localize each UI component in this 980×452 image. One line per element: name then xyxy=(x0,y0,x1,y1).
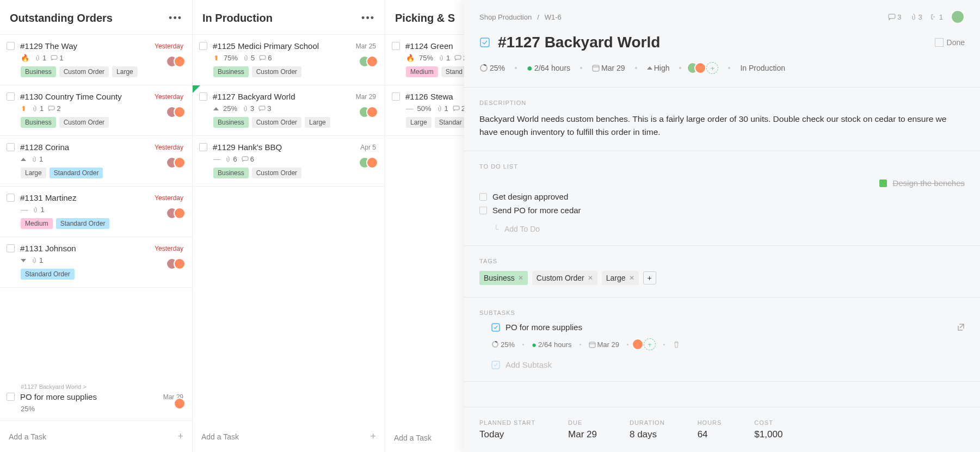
card-title: PO for more supplies xyxy=(20,392,159,401)
add-subtask[interactable]: Add Subtask xyxy=(491,360,965,369)
due-date[interactable]: Mar 29 xyxy=(568,429,597,440)
trash-icon[interactable] xyxy=(673,340,680,348)
priority[interactable]: High xyxy=(647,64,670,72)
subtask[interactable]: PO for more supplies 25% ●2/64 hours Mar… xyxy=(491,323,965,369)
hours[interactable]: 64 xyxy=(698,429,722,440)
tag[interactable]: Custom Order ✕ xyxy=(532,271,597,285)
comment-icon: 6 xyxy=(259,54,272,62)
tag: Large xyxy=(305,117,330,128)
card[interactable]: #1127 Backyard WorldMar 2925%33BusinessC… xyxy=(193,85,385,136)
add-task[interactable]: Add a Task+ xyxy=(193,421,385,452)
description[interactable]: Backyard World needs custom benches. Thi… xyxy=(479,113,965,139)
attachment-icon: 6 xyxy=(224,155,237,163)
tag: Medium xyxy=(406,66,438,77)
cost[interactable]: $1,000 xyxy=(754,429,782,440)
comment-icon: 3 xyxy=(258,104,271,113)
remove-tag-icon[interactable]: ✕ xyxy=(518,274,523,282)
checkbox[interactable] xyxy=(879,179,887,187)
checkbox[interactable] xyxy=(7,194,15,202)
checkbox[interactable] xyxy=(7,143,15,151)
avatar[interactable] xyxy=(951,10,965,24)
add-todo[interactable]: └Add To Do xyxy=(494,225,965,233)
tag: Business xyxy=(213,66,249,77)
card[interactable]: #1128 CorinaYesterday1LargeStandard Orde… xyxy=(0,136,192,187)
checkbox[interactable] xyxy=(7,393,15,401)
section-label: TO DO LIST xyxy=(479,163,965,170)
tag[interactable]: Large ✕ xyxy=(602,271,639,285)
add-task[interactable]: Add a Task+ xyxy=(0,421,192,452)
open-icon[interactable] xyxy=(957,323,965,331)
card[interactable]: #1129 The WayYesterday🔥11BusinessCustom … xyxy=(0,35,192,85)
todo-item[interactable]: Design the benches xyxy=(479,176,965,190)
tag: Custom Order xyxy=(252,117,301,128)
card[interactable]: #1124 Green🔥75%12MediumStand xyxy=(385,35,476,85)
avatars[interactable] xyxy=(170,55,186,67)
done-toggle[interactable]: Done xyxy=(935,38,965,47)
todo-item[interactable]: Send PO for more cedar xyxy=(479,203,965,217)
card-date: Apr 5 xyxy=(360,144,376,151)
checkbox[interactable] xyxy=(7,244,15,252)
avatars[interactable] xyxy=(170,157,186,169)
card[interactable]: #1130 Country Time CountyYesterday⬆12Bus… xyxy=(0,85,192,136)
svg-rect-8 xyxy=(480,38,489,47)
checkbox[interactable] xyxy=(199,42,207,50)
checkbox[interactable] xyxy=(7,92,15,101)
attachments-count[interactable]: 3 xyxy=(909,13,922,21)
subtasks-count[interactable]: 1 xyxy=(930,13,943,21)
svg-point-9 xyxy=(480,65,487,71)
progress-icon: 25% xyxy=(479,64,505,72)
crumb-section[interactable]: W1-6 xyxy=(545,13,562,21)
tag: Standard Order xyxy=(50,168,103,178)
avatars[interactable] xyxy=(170,258,186,270)
todo-item[interactable]: Get design approved xyxy=(479,190,965,203)
more-icon[interactable]: ••• xyxy=(169,13,182,24)
priority-icon: –– xyxy=(213,155,220,163)
checkbox[interactable] xyxy=(199,143,207,151)
more-icon[interactable]: ••• xyxy=(361,13,375,24)
remove-tag-icon[interactable]: ✕ xyxy=(588,274,593,282)
duration[interactable]: 8 days xyxy=(630,429,665,440)
checkbox[interactable] xyxy=(392,92,400,101)
avatars[interactable] xyxy=(363,55,378,67)
avatars[interactable] xyxy=(170,207,186,219)
remove-tag-icon[interactable]: ✕ xyxy=(629,274,634,282)
avatars[interactable] xyxy=(363,106,378,118)
progress: 50% xyxy=(417,104,431,113)
add-task[interactable]: Add a Task xyxy=(385,424,476,452)
column-outstanding: Outstanding Orders ••• #1129 The WayYest… xyxy=(0,0,193,452)
avatars[interactable] xyxy=(170,106,186,118)
breadcrumb: Shop Production / W1-6 3 3 1 xyxy=(479,10,965,24)
attachment-icon: 1 xyxy=(32,206,44,214)
date[interactable]: Mar 29 xyxy=(592,64,625,72)
subtask-title: PO for more supplies xyxy=(506,323,582,332)
card-title: #1127 Backyard World xyxy=(213,92,352,101)
planned-start[interactable]: Today xyxy=(479,429,535,440)
priority-icon: –– xyxy=(21,206,27,214)
card[interactable]: #1129 Hank's BBQApr 5––66BusinessCustom … xyxy=(193,136,385,187)
card[interactable]: #1131 JohnsonYesterday1Standard Order xyxy=(0,237,192,288)
add-assignee[interactable]: + xyxy=(644,338,656,350)
checkbox[interactable] xyxy=(7,42,15,50)
section-label: TAGS xyxy=(479,258,965,264)
card[interactable]: #1125 Medici Primary SchoolMar 25⬆75%56B… xyxy=(193,35,385,85)
checkbox[interactable] xyxy=(479,207,487,214)
card-subtask[interactable]: #1127 Backyard World > PO for more suppl… xyxy=(0,377,192,421)
status[interactable]: In Production xyxy=(740,64,785,72)
add-assignee[interactable]: + xyxy=(706,62,718,74)
priority-icon: –– xyxy=(406,104,412,113)
column-production: In Production ••• #1125 Medici Primary S… xyxy=(193,0,385,452)
crumb-project[interactable]: Shop Production xyxy=(479,13,532,21)
parent-link[interactable]: #1127 Backyard World > xyxy=(21,383,183,390)
comments-count[interactable]: 3 xyxy=(888,13,901,21)
column-title: Picking & S xyxy=(395,12,455,24)
task-footer: PLANNED STARTToday DUEMar 29 DURATION8 d… xyxy=(464,407,980,452)
avatars[interactable] xyxy=(363,157,378,169)
tag[interactable]: Business ✕ xyxy=(479,271,528,285)
checkbox[interactable] xyxy=(392,42,400,50)
checkbox[interactable] xyxy=(479,193,487,201)
column-picking: Picking & S #1124 Green🔥75%12MediumStand… xyxy=(385,0,477,452)
add-tag[interactable]: + xyxy=(643,271,656,284)
checkbox[interactable] xyxy=(199,92,207,101)
card[interactable]: #1126 Stewa––50%12LargeStandar xyxy=(385,85,476,136)
card[interactable]: #1131 MartinezYesterday––1MediumStandard… xyxy=(0,187,192,237)
